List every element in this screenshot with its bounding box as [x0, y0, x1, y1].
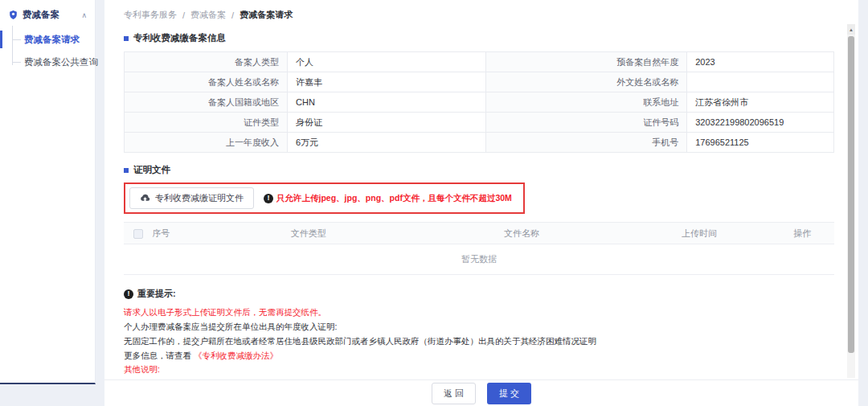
field-label: 备案人类型 — [125, 52, 288, 72]
column-header-index: 序号 — [152, 223, 202, 244]
field-value — [687, 72, 834, 92]
filing-info-table: 备案人类型 个人 预备案自然年度 2023 备案人姓名或名称 许嘉丰 外文姓名或… — [124, 51, 834, 153]
files-table-header-row: 序号 文件类型 文件名称 上传时间 操作 — [124, 223, 834, 244]
breadcrumb-item-patent-services[interactable]: 专利事务服务 — [124, 9, 177, 21]
vertical-scrollbar[interactable]: ▲ — [847, 24, 855, 378]
main-panel: 专利事务服务 / 费减备案 / 费减备案请求 专利收费减缴备案信息 备案人类型 … — [104, 0, 858, 406]
select-all-cell — [124, 223, 152, 244]
field-label: 备案人国籍或地区 — [125, 92, 288, 113]
submit-button[interactable]: 提交 — [487, 383, 531, 404]
column-header-actions: 操作 — [770, 223, 834, 244]
notice-line-prefix: 更多信息，请查看 — [124, 351, 194, 360]
section-bullet-icon — [124, 36, 129, 41]
column-header-file-name: 文件名称 — [415, 223, 628, 244]
sidebar-tree: 费减备案请求 费减备案公共查询 — [12, 28, 95, 73]
info-circle-icon: ! — [264, 194, 273, 203]
tree-connector-stub — [12, 39, 21, 40]
field-value: 许嘉丰 — [288, 72, 486, 92]
breadcrumb-item-feereduction[interactable]: 费减备案 — [190, 9, 226, 21]
files-table: 序号 文件类型 文件名称 上传时间 操作 暂无数据 — [124, 222, 834, 275]
table-row: 备案人国籍或地区 CHN 联系地址 江苏省徐州市 — [125, 92, 834, 113]
sidebar-item-feereduction-public-query[interactable]: 费减备案公共查询 — [12, 51, 95, 73]
field-label: 联系地址 — [486, 92, 687, 113]
sidebar-item-label: 费减备案请求 — [24, 34, 80, 46]
active-indicator-bar — [0, 31, 2, 48]
important-notice-title: 重要提示: — [137, 288, 176, 300]
sidebar-item-feereduction-request[interactable]: 费减备案请求 — [12, 28, 95, 51]
tree-connector-stub — [12, 62, 21, 63]
table-row: 上一年度收入 6万元 手机号 17696521125 — [125, 133, 834, 153]
notice-line: 更多信息，请查看 《专利收费减缴办法》 — [124, 349, 834, 363]
fee-reduction-measures-link[interactable]: 《专利收费减缴办法》 — [194, 351, 278, 360]
notice-line: 其他说明: — [124, 363, 834, 377]
breadcrumb-separator: / — [231, 10, 234, 20]
empty-state-text: 暂无数据 — [124, 244, 834, 275]
field-value: 17696521125 — [687, 133, 834, 153]
back-button[interactable]: 返回 — [432, 383, 476, 404]
section-bullet-icon — [124, 168, 129, 173]
upload-hint-text: 只允许上传jpeg、jpg、png、pdf文件，且每个文件不超过30M — [276, 193, 512, 204]
field-label: 手机号 — [486, 133, 687, 153]
footer-action-bar: 返回 提交 — [104, 379, 858, 406]
notice-line: 个人办理费减备案应当提交所在单位出具的年度收入证明: — [124, 320, 834, 334]
chevron-up-icon[interactable]: ∧ — [81, 11, 87, 19]
field-value: 6万元 — [288, 133, 486, 153]
info-section-header: 专利收费减缴备案信息 — [124, 32, 834, 44]
breadcrumb: 专利事务服务 / 费减备案 / 费减备案请求 — [104, 0, 858, 21]
select-all-checkbox[interactable] — [133, 229, 143, 239]
upload-button-label: 专利收费减缴证明文件 — [155, 192, 244, 204]
notice-line: 无固定工作的，提交户籍所在地或者经常居住地县级民政部门或者乡镇人民政府（街道办事… — [124, 334, 834, 349]
table-row: 备案人类型 个人 预备案自然年度 2023 — [125, 52, 834, 72]
field-label: 证件类型 — [125, 113, 288, 133]
upload-file-button[interactable]: 专利收费减缴证明文件 — [129, 187, 254, 209]
field-label: 预备案自然年度 — [486, 52, 687, 72]
field-label: 上一年度收入 — [125, 133, 288, 153]
upload-highlight-box: 专利收费减缴证明文件 ! 只允许上传jpeg、jpg、png、pdf文件，且每个… — [124, 182, 525, 214]
breadcrumb-separator: / — [182, 10, 185, 20]
field-value: 320322199802096519 — [687, 113, 834, 133]
main-content: 专利收费减缴备案信息 备案人类型 个人 预备案自然年度 2023 备案人姓名或名… — [104, 32, 858, 406]
info-section-title: 专利收费减缴备案信息 — [133, 32, 226, 44]
table-row: 证件类型 身份证 证件号码 320322199802096519 — [125, 113, 834, 133]
cloud-upload-icon — [140, 193, 150, 203]
field-value: 2023 — [687, 52, 834, 72]
sidebar-item-label: 费减备案公共查询 — [24, 56, 98, 68]
field-value: CHN — [288, 92, 486, 113]
field-value: 江苏省徐州市 — [687, 92, 834, 113]
badge-icon — [8, 10, 18, 20]
sidebar-group-feereduction[interactable]: 费减备案 ∧ — [0, 0, 95, 28]
files-table-empty-row: 暂无数据 — [124, 244, 834, 275]
breadcrumb-item-current: 费减备案请求 — [240, 9, 293, 21]
field-label: 外文姓名或名称 — [486, 72, 687, 92]
table-row: 备案人姓名或名称 许嘉丰 外文姓名或名称 — [125, 72, 834, 92]
files-section-header: 证明文件 — [124, 164, 834, 176]
sidebar: 费减备案 ∧ 费减备案请求 费减备案公共查询 — [0, 0, 96, 384]
scrollbar-thumb[interactable] — [848, 36, 854, 353]
upload-hint: ! 只允许上传jpeg、jpg、png、pdf文件，且每个文件不超过30M — [264, 193, 512, 204]
sidebar-group-label: 费减备案 — [23, 9, 77, 21]
field-value: 身份证 — [288, 113, 486, 133]
column-header-upload-time: 上传时间 — [628, 223, 771, 244]
files-section-title: 证明文件 — [133, 164, 170, 176]
scroll-up-arrow-icon[interactable]: ▲ — [847, 24, 855, 35]
important-notice-header: ! 重要提示: — [124, 288, 834, 300]
info-circle-icon: ! — [124, 289, 133, 299]
notice-line: 请求人以电子形式上传证明文件后，无需再提交纸件。 — [124, 306, 834, 320]
field-value: 个人 — [288, 52, 486, 72]
field-label: 证件号码 — [486, 113, 687, 133]
column-header-file-type: 文件类型 — [202, 223, 415, 244]
field-label: 备案人姓名或名称 — [125, 72, 288, 92]
